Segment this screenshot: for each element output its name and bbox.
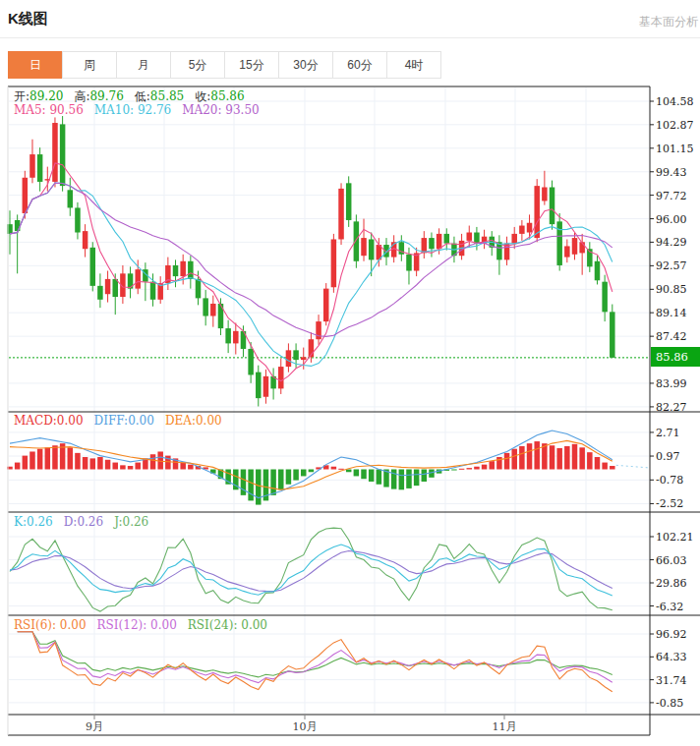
svg-text:83.99: 83.99	[656, 377, 687, 390]
svg-text:92.57: 92.57	[656, 259, 687, 272]
d-legend: D:0.26	[64, 515, 103, 529]
rsi12-legend: RSI(12): 0.00	[97, 618, 177, 632]
svg-text:2.71: 2.71	[656, 427, 680, 439]
svg-text:90.85: 90.85	[656, 283, 687, 296]
svg-text:66.03: 66.03	[656, 554, 687, 567]
rsi24-legend: RSI(24): 0.00	[188, 618, 267, 632]
svg-text:96.92: 96.92	[656, 628, 687, 641]
y-axis-labels: 104.58102.87101.1599.4397.7296.0094.2992…	[650, 95, 694, 710]
ohlc-item: 高:89.76	[74, 89, 123, 103]
svg-text:102.21: 102.21	[656, 531, 694, 544]
k-legend: K:0.26	[14, 515, 53, 529]
svg-text:87.42: 87.42	[656, 330, 687, 343]
svg-text:104.58: 104.58	[656, 95, 694, 108]
svg-text:10月: 10月	[293, 720, 318, 733]
last-price-tag: 85.86	[651, 347, 700, 367]
svg-text:-2.52: -2.52	[656, 497, 683, 510]
rsi-panel	[18, 632, 612, 692]
macd-legend: MACD:0.00	[14, 414, 84, 428]
ma5-legend: MA5: 90.56	[14, 103, 84, 117]
kdj-panel	[10, 528, 612, 611]
dea-legend: DEA:0.00	[165, 414, 222, 428]
svg-text:29.86: 29.86	[656, 577, 687, 590]
candles-layer	[7, 116, 614, 406]
ma20-legend: MA20: 93.50	[182, 103, 259, 117]
svg-text:9月: 9月	[86, 720, 103, 733]
panel-borders	[8, 86, 700, 735]
svg-text:-0.85: -0.85	[656, 697, 683, 710]
svg-text:-0.78: -0.78	[656, 474, 683, 487]
ohlc-item: 低:85.85	[135, 89, 184, 103]
svg-text:101.15: 101.15	[656, 143, 694, 155]
rsi6-legend: RSI(6): 0.00	[14, 618, 87, 632]
diff-legend: DIFF:0.00	[94, 414, 154, 428]
svg-text:31.74: 31.74	[656, 674, 687, 687]
svg-text:89.14: 89.14	[656, 307, 687, 319]
svg-text:82.27: 82.27	[656, 401, 687, 414]
svg-text:11月: 11月	[493, 720, 517, 733]
svg-text:0.97: 0.97	[656, 450, 680, 463]
svg-text:94.29: 94.29	[656, 236, 687, 249]
j-legend: J:0.26	[114, 515, 148, 529]
ma-legend: MA5: 90.56MA10: 92.76MA20: 93.50	[14, 103, 270, 117]
svg-text:64.33: 64.33	[656, 651, 687, 663]
rsi-legend: RSI(6): 0.00RSI(12): 0.00RSI(24): 0.00	[14, 618, 278, 632]
kline-widget: K线图 基本面分析 日周月5分15分30分60分4时 104.58102.871…	[0, 0, 700, 746]
svg-text:-6.32: -6.32	[656, 601, 683, 613]
ohlc-item: 收:85.86	[195, 89, 244, 103]
svg-text:99.43: 99.43	[656, 166, 687, 179]
svg-text:96.00: 96.00	[656, 213, 687, 226]
macd-panel	[7, 430, 648, 505]
ma10-legend: MA10: 92.76	[94, 103, 171, 117]
x-axis-labels: 9月10月11月	[86, 715, 517, 733]
kdj-legend: K:0.26D:0.26J:0.26	[14, 515, 159, 529]
svg-text:102.87: 102.87	[656, 119, 694, 132]
macd-legend: MACD:0.00DIFF:0.00DEA:0.00	[14, 414, 233, 428]
chart-area[interactable]: 104.58102.87101.1599.4397.7296.0094.2992…	[0, 86, 700, 735]
svg-text:97.72: 97.72	[656, 190, 687, 202]
ohlc-item: 开:89.20	[14, 89, 63, 103]
